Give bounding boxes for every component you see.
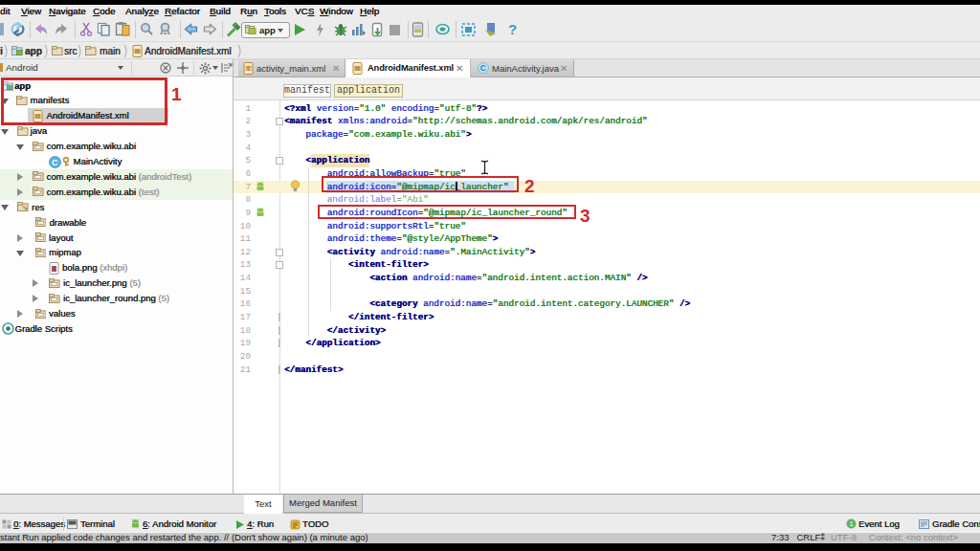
svg-text:C: C (480, 63, 486, 73)
svg-text:C: C (52, 157, 58, 166)
svg-text:1: 1 (849, 519, 853, 528)
